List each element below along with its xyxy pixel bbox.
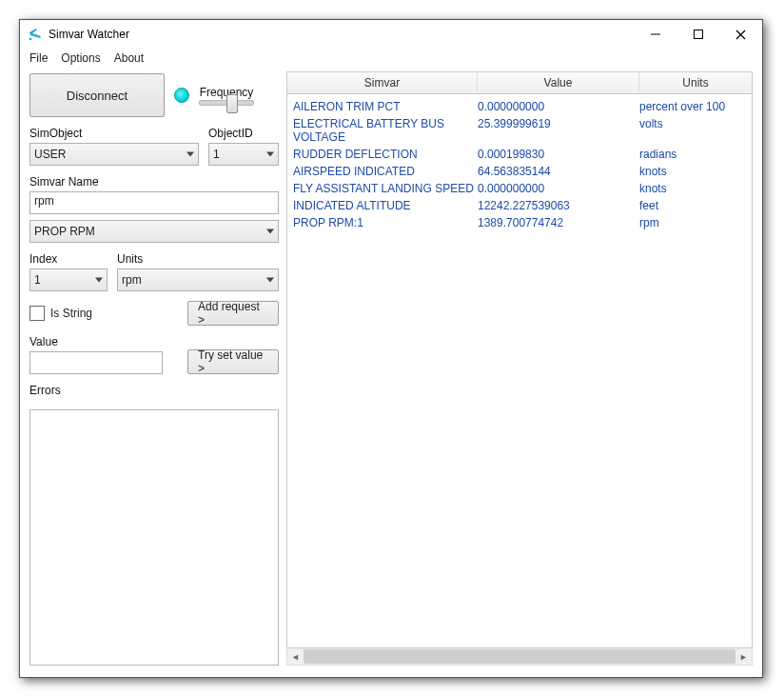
cell-simvar: RUDDER DEFLECTION xyxy=(293,148,478,161)
svg-rect-2 xyxy=(694,30,702,39)
frequency-slider[interactable] xyxy=(199,100,254,106)
simvar-select-value: PROP RPM xyxy=(34,225,95,238)
simvar-table: Simvar Value Units AILERON TRIM PCT0.000… xyxy=(286,71,753,666)
close-button[interactable] xyxy=(719,20,762,49)
cell-units: radians xyxy=(639,148,746,161)
connection-led-icon xyxy=(174,88,189,103)
is-string-checkbox-wrap[interactable]: Is String xyxy=(29,306,92,321)
cell-units: knots xyxy=(639,165,746,178)
index-value: 1 xyxy=(34,273,41,287)
menu-options[interactable]: Options xyxy=(61,51,100,65)
cell-value: 12242.227539063 xyxy=(478,199,639,212)
svg-point-0 xyxy=(29,38,32,41)
table-row[interactable]: ELECTRICAL BATTERY BUS VOLTAGE25.3999996… xyxy=(287,115,752,146)
chevron-down-icon xyxy=(95,278,103,283)
errors-label: Errors xyxy=(29,384,279,397)
table-body[interactable]: AILERON TRIM PCT0.000000000percent over … xyxy=(286,94,753,648)
table-row[interactable]: FLY ASSISTANT LANDING SPEED0.000000000kn… xyxy=(287,180,752,197)
cell-simvar: PROP RPM:1 xyxy=(293,216,478,229)
cell-units: percent over 100 xyxy=(639,100,746,113)
table-row[interactable]: AILERON TRIM PCT0.000000000percent over … xyxy=(287,98,752,115)
cell-value: 0.000199830 xyxy=(478,148,639,161)
index-select[interactable]: 1 xyxy=(29,268,108,291)
chevron-down-icon xyxy=(266,278,274,283)
simvar-select[interactable]: PROP RPM xyxy=(29,220,279,243)
chevron-down-icon xyxy=(186,152,194,157)
simobject-select[interactable]: USER xyxy=(29,143,199,166)
is-string-checkbox[interactable] xyxy=(29,306,45,321)
objectid-label: ObjectID xyxy=(208,127,279,140)
cell-units: rpm xyxy=(639,216,746,229)
cell-value: 25.399999619 xyxy=(478,117,639,144)
horizontal-scrollbar[interactable]: ◄ ► xyxy=(286,648,753,666)
value-label: Value xyxy=(29,335,163,348)
menu-file[interactable]: File xyxy=(29,51,48,65)
cell-value: 1389.700774742 xyxy=(478,216,639,229)
title-bar: Simvar Watcher xyxy=(20,20,762,49)
col-header-simvar[interactable]: Simvar xyxy=(287,72,478,93)
cell-value: 0.000000000 xyxy=(478,100,639,113)
table-header: Simvar Value Units xyxy=(286,71,753,94)
minimize-button[interactable] xyxy=(634,20,676,49)
cell-units: volts xyxy=(639,117,746,144)
simvar-name-input[interactable]: rpm xyxy=(29,191,279,214)
col-header-units[interactable]: Units xyxy=(639,72,752,93)
is-string-label: Is String xyxy=(50,307,92,320)
try-set-value-button[interactable]: Try set value > xyxy=(187,349,279,374)
left-panel: Disconnect Frequency SimObject USER xyxy=(29,71,279,666)
errors-output xyxy=(29,409,279,666)
simobject-label: SimObject xyxy=(29,127,199,140)
menu-bar: File Options About xyxy=(20,49,762,71)
cell-simvar: AIRSPEED INDICATED xyxy=(293,165,478,178)
cell-simvar: FLY ASSISTANT LANDING SPEED xyxy=(293,182,478,195)
table-row[interactable]: INDICATED ALTITUDE12242.227539063feet xyxy=(287,197,752,214)
scroll-right-icon[interactable]: ► xyxy=(735,648,752,665)
frequency-slider-thumb[interactable] xyxy=(226,94,238,113)
units-value: rpm xyxy=(122,273,142,287)
cell-value: 64.563835144 xyxy=(478,165,639,178)
cell-units: knots xyxy=(639,182,746,195)
cell-units: feet xyxy=(639,199,746,212)
chevron-down-icon xyxy=(266,152,274,157)
disconnect-button[interactable]: Disconnect xyxy=(29,73,165,117)
scrollbar-thumb[interactable] xyxy=(304,649,735,664)
index-label: Index xyxy=(29,252,108,266)
simvar-name-label: Simvar Name xyxy=(29,175,279,189)
maximize-button[interactable] xyxy=(676,20,719,49)
value-input[interactable] xyxy=(29,351,163,374)
table-row[interactable]: RUDDER DEFLECTION0.000199830radians xyxy=(287,146,752,163)
units-select[interactable]: rpm xyxy=(117,268,279,291)
add-request-button[interactable]: Add request > xyxy=(187,301,279,326)
right-panel: Simvar Value Units AILERON TRIM PCT0.000… xyxy=(286,71,753,666)
table-row[interactable]: PROP RPM:11389.700774742rpm xyxy=(287,214,752,231)
objectid-select[interactable]: 1 xyxy=(208,143,279,166)
cell-simvar: AILERON TRIM PCT xyxy=(293,100,478,113)
app-icon xyxy=(28,27,43,42)
objectid-value: 1 xyxy=(213,148,220,161)
app-window: Simvar Watcher File Options About Discon… xyxy=(19,19,763,678)
chevron-down-icon xyxy=(266,229,274,234)
cell-simvar: INDICATED ALTITUDE xyxy=(293,199,478,212)
menu-about[interactable]: About xyxy=(114,51,144,65)
col-header-value[interactable]: Value xyxy=(478,72,639,93)
table-row[interactable]: AIRSPEED INDICATED64.563835144knots xyxy=(287,163,752,180)
cell-simvar: ELECTRICAL BATTERY BUS VOLTAGE xyxy=(293,117,478,144)
simobject-value: USER xyxy=(34,148,66,161)
window-title: Simvar Watcher xyxy=(49,28,129,41)
cell-value: 0.000000000 xyxy=(478,182,639,195)
units-label: Units xyxy=(117,252,279,266)
scroll-left-icon[interactable]: ◄ xyxy=(287,648,304,665)
